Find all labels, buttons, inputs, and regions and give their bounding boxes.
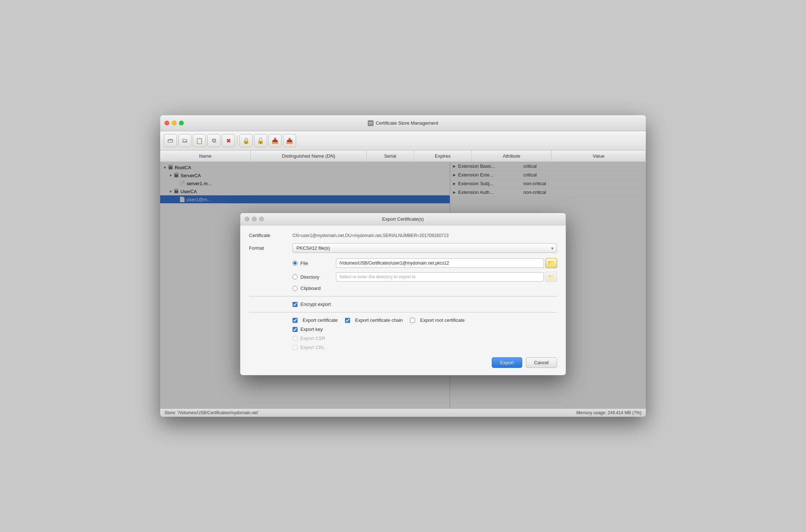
close-button[interactable] — [165, 121, 169, 125]
clipboard-radio-content: Clipboard — [292, 286, 333, 291]
copy-button[interactable]: ⧉ — [207, 134, 220, 147]
traffic-lights — [165, 121, 184, 125]
clipboard-radio-label: Clipboard — [300, 286, 333, 291]
export-certificate-checkbox[interactable] — [292, 318, 298, 323]
col-header-expires[interactable]: Expires — [414, 150, 472, 162]
toolbar: 🗃 🗂 📋 ⧉ ✖ 🔒 🔓 📥 📤 — [160, 131, 646, 150]
directory-input-container: 📁 — [336, 272, 557, 282]
add-cert-icon: 🗃 — [167, 137, 173, 144]
status-bar: Store: '/Volumes/USB/Certificates/mydoma… — [160, 408, 646, 417]
duplicate-icon: 🗂 — [182, 137, 188, 144]
duplicate-button[interactable]: 🗂 — [178, 134, 191, 147]
folder-disabled-icon: 📁 — [548, 274, 555, 280]
delete-button[interactable]: ✖ — [222, 134, 235, 147]
file-radio[interactable] — [292, 261, 298, 266]
export-chain-item: Export certificate chain — [345, 317, 403, 323]
lock-button[interactable]: 🔒 — [240, 134, 253, 147]
export-csr-label: Export CSR — [300, 336, 325, 341]
export-root-label: Export root certificate — [420, 317, 465, 323]
clipboard-radio-row: Clipboard — [249, 286, 557, 291]
directory-radio-row: Directory 📁 — [249, 272, 557, 282]
dialog-body: Certificate CN=user1@mydomain.net,OU=myd… — [240, 225, 566, 375]
col-header-serial[interactable]: Serial — [367, 150, 414, 162]
export-dialog: Export Certificate(s) Certificate CN=use… — [240, 213, 566, 375]
encrypt-export-row: Encrypt export — [249, 302, 557, 307]
clipboard-radio[interactable] — [292, 286, 298, 291]
file-radio-row: File 📁 — [249, 258, 557, 268]
directory-path-input[interactable] — [336, 272, 544, 282]
unlock-button[interactable]: 🔓 — [254, 134, 267, 147]
export-certs-row: Export certificate Export certificate ch… — [249, 317, 557, 323]
export-cert-item: Export certificate — [292, 317, 338, 323]
export-root-item: Export root certificate — [410, 317, 465, 323]
folder-icon: 📁 — [548, 260, 555, 267]
main-window: 🗃 Certificate Store Management 🗃 🗂 📋 ⧉ ✖… — [160, 115, 646, 417]
status-memory: Memory usage: 249.414 MB (7%) — [577, 410, 641, 415]
dialog-minimize[interactable] — [252, 217, 257, 221]
col-header-attribute[interactable]: Attribute — [472, 150, 552, 162]
toolbar-separator-1 — [237, 136, 237, 146]
copy-icon: ⧉ — [212, 137, 216, 144]
delete-icon: ✖ — [226, 137, 231, 144]
edit-icon: 📋 — [196, 137, 203, 144]
table-header: Name Distinguished Name (DN) Serial Expi… — [160, 150, 646, 162]
import-button[interactable]: 📥 — [269, 134, 282, 147]
export-crl-label: Export CRL — [300, 345, 325, 350]
encrypt-export-checkbox[interactable] — [292, 302, 298, 307]
modal-overlay: Export Certificate(s) Certificate CN=use… — [160, 162, 646, 408]
export-button[interactable]: Export — [492, 357, 522, 368]
file-path-input[interactable] — [336, 258, 544, 268]
title-bar: 🗃 Certificate Store Management — [160, 115, 646, 131]
export-key-row: Export key — [249, 327, 557, 332]
directory-radio-label: Directory — [300, 274, 333, 280]
dialog-maximize[interactable] — [259, 217, 264, 221]
format-row: Format PKCS#12 file(s)PEM file(s)DER fil… — [249, 243, 557, 253]
directory-radio-content: Directory 📁 — [292, 272, 557, 282]
col-header-value[interactable]: Value — [552, 150, 646, 162]
minimize-button[interactable] — [172, 121, 176, 125]
import-icon: 📥 — [271, 137, 279, 144]
export-chain-label: Export certificate chain — [355, 317, 403, 323]
export-certificate-label: Export certificate — [303, 317, 338, 323]
format-label: Format — [249, 245, 292, 251]
dialog-title: Export Certificate(s) — [382, 216, 424, 222]
file-radio-content: File 📁 — [292, 258, 557, 268]
maximize-button[interactable] — [179, 121, 184, 125]
export-csr-checkbox[interactable] — [292, 336, 298, 341]
app-icon: 🗃 — [368, 120, 374, 126]
encrypt-export-label: Encrypt export — [300, 302, 331, 307]
separator2 — [249, 312, 557, 312]
certificate-row: Certificate CN=user1@mydomain.net,OU=myd… — [249, 233, 557, 238]
cancel-button[interactable]: Cancel — [526, 357, 557, 368]
col-header-dn[interactable]: Distinguished Name (DN) — [251, 150, 367, 162]
export-csr-row: Export CSR — [249, 336, 557, 341]
main-content: ▼ 🏛 RootCA ▼ 🏛 ServerCA ▶ 📄 server1.m...… — [160, 162, 646, 408]
dialog-traffic-lights — [245, 217, 264, 221]
export-key-label: Export key — [300, 327, 323, 332]
format-select[interactable]: PKCS#12 file(s)PEM file(s)DER file(s)PKC… — [292, 243, 557, 253]
export-icon: 📤 — [286, 137, 293, 144]
status-store: Store: '/Volumes/USB/Certificates/mydoma… — [165, 410, 258, 415]
edit-button[interactable]: 📋 — [193, 134, 206, 147]
dialog-buttons: Export Cancel — [249, 354, 557, 368]
export-chain-checkbox[interactable] — [345, 318, 350, 323]
format-select-container: PKCS#12 file(s)PEM file(s)DER file(s)PKC… — [292, 243, 557, 253]
unlock-icon: 🔓 — [257, 137, 264, 144]
file-radio-label: File — [300, 261, 333, 266]
directory-browse-button[interactable]: 📁 — [545, 272, 557, 282]
col-header-name[interactable]: Name — [160, 150, 251, 162]
export-crl-row: Export CRL — [249, 345, 557, 350]
export-root-checkbox[interactable] — [410, 318, 415, 323]
export-key-checkbox[interactable] — [292, 327, 298, 332]
separator — [249, 296, 557, 296]
directory-radio[interactable] — [292, 274, 298, 279]
export-crl-checkbox[interactable] — [292, 345, 298, 350]
dialog-close[interactable] — [245, 217, 249, 221]
certificate-label: Certificate — [249, 233, 292, 238]
lock-icon: 🔒 — [242, 137, 250, 144]
file-browse-button[interactable]: 📁 — [545, 258, 557, 268]
add-cert-button[interactable]: 🗃 — [164, 134, 177, 147]
certificate-value: CN=user1@mydomain.net,OU=mydomain.net,SE… — [292, 233, 557, 238]
dialog-title-bar: Export Certificate(s) — [240, 213, 566, 225]
export-toolbar-button[interactable]: 📤 — [283, 134, 296, 147]
